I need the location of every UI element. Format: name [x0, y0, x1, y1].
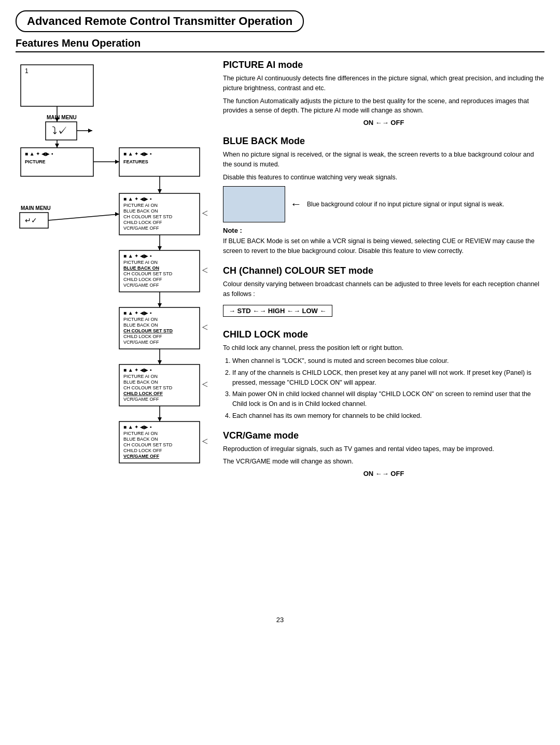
right-column: PICTURE AI mode The picture AI continuou… [223, 60, 544, 606]
picture-ai-body2: The function Automatically adjusts the p… [223, 96, 544, 116]
svg-text:VCR/GAME       OFF: VCR/GAME OFF [123, 226, 159, 231]
svg-text:CH COLOUR SET  STD: CH COLOUR SET STD [123, 271, 173, 276]
svg-text:PICTURE AI       ON: PICTURE AI ON [123, 260, 158, 265]
svg-marker-55 [158, 360, 162, 364]
std-line: → STD ←→ HIGH ←→ LOW ← [223, 305, 332, 317]
svg-text:■ ▲ ✦ ◀▶ ▪: ■ ▲ ✦ ◀▶ ▪ [123, 151, 152, 157]
svg-text:■ ▲ ✦ ◀▶ ▪: ■ ▲ ✦ ◀▶ ▪ [123, 367, 152, 373]
svg-text:■ ▲ ✦ ◀▶ ▪: ■ ▲ ✦ ◀▶ ▪ [25, 151, 53, 157]
svg-text:◁▷: ◁▷ [202, 437, 207, 445]
svg-text:PICTURE AI       ON: PICTURE AI ON [123, 317, 158, 322]
page-header: Advanced Remote Control Transmitter Oper… [16, 10, 304, 32]
blue-back-diagram: ← Blue background colour if no input pic… [223, 186, 544, 222]
vcr-game-on-off: ON ←→ OFF [223, 470, 544, 477]
svg-text:CHILD LOCK      OFF: CHILD LOCK OFF [123, 277, 162, 282]
ch-colour-title: CH (Channel) COLOUR SET mode [223, 265, 544, 276]
svg-text:BLUE BACK       ON: BLUE BACK ON [123, 322, 158, 328]
svg-text:CH COLOUR SET  STD: CH COLOUR SET STD [123, 214, 173, 219]
picture-ai-section: PICTURE AI mode The picture AI continuou… [223, 60, 544, 126]
svg-marker-13 [55, 144, 59, 148]
svg-text:■ ▲ ✦ ◀▶ ▪: ■ ▲ ✦ ◀▶ ▪ [123, 196, 152, 202]
svg-text:VCR/GAME       OFF: VCR/GAME OFF [123, 340, 159, 345]
picture-ai-on-off: ON ←→ OFF [223, 119, 544, 126]
svg-text:MAIN MENU: MAIN MENU [21, 205, 51, 211]
svg-text:◁▷: ◁▷ [202, 208, 207, 217]
svg-marker-45 [158, 303, 162, 307]
diagram-svg: 1 MAIN MENU ⤵✓ ■ ▲ ✦ ◀▶ ▪ PICTURE [16, 60, 207, 604]
svg-text:1: 1 [25, 67, 29, 75]
svg-text:BLUE BACK       ON: BLUE BACK ON [123, 437, 158, 442]
svg-text:BLUE BACK       ON: BLUE BACK ON [123, 208, 158, 214]
svg-text:■ ▲ ✦ ◀▶ ▪: ■ ▲ ✦ ◀▶ ▪ [123, 424, 152, 430]
svg-text:⤵✓: ⤵✓ [52, 125, 67, 136]
svg-text:VCR/GAME       OFF: VCR/GAME OFF [123, 454, 160, 459]
svg-rect-0 [21, 65, 93, 106]
svg-text:■ ▲ ✦ ◀▶ ▪: ■ ▲ ✦ ◀▶ ▪ [123, 310, 152, 316]
svg-text:CH COLOUR SET  STD: CH COLOUR SET STD [123, 385, 173, 390]
ch-colour-body1: Colour density varying between broadcast… [223, 279, 544, 299]
page-title: Advanced Remote Control Transmitter Oper… [27, 15, 292, 28]
svg-text:CHILD LOCK      OFF: CHILD LOCK OFF [123, 334, 162, 339]
child-lock-item-2: If any of the channels is CHILD LOCK, th… [232, 368, 544, 388]
svg-marker-35 [158, 246, 162, 250]
svg-text:FEATURES: FEATURES [123, 159, 148, 164]
svg-text:PICTURE: PICTURE [25, 159, 46, 164]
svg-marker-65 [158, 417, 162, 421]
note-title: Note : [223, 227, 544, 234]
svg-text:CHILD LOCK      OFF: CHILD LOCK OFF [123, 391, 163, 396]
blue-screen-box [223, 186, 285, 222]
child-lock-list: When channel is "LOCK", sound is muted a… [232, 356, 544, 421]
page-number: 23 [16, 616, 544, 624]
note-body: If BLUE BACK Mode is set on while a VCR … [223, 236, 544, 256]
child-lock-item-1: When channel is "LOCK", sound is muted a… [232, 356, 544, 366]
picture-ai-title: PICTURE AI mode [223, 60, 544, 71]
blue-back-body2: Disable this features to continue watchi… [223, 173, 544, 182]
svg-text:◁▷: ◁▷ [202, 379, 207, 388]
svg-marker-20 [158, 189, 162, 193]
svg-text:CH COLOUR SET  STD: CH COLOUR SET STD [123, 328, 173, 333]
child-lock-body1: To child lock any channel, press the pos… [223, 343, 544, 353]
svg-text:■ ▲ ✦ ◀▶ ▪: ■ ▲ ✦ ◀▶ ▪ [123, 253, 152, 259]
left-column: 1 MAIN MENU ⤵✓ ■ ▲ ✦ ◀▶ ▪ PICTURE [16, 60, 213, 606]
svg-text:VCR/GAME       OFF: VCR/GAME OFF [123, 283, 159, 288]
blue-back-body1: When no picture signal is received, or t… [223, 150, 544, 170]
section-title: Features Menu Operation [16, 37, 544, 52]
svg-marker-8 [88, 129, 92, 133]
svg-text:PICTURE AI       ON: PICTURE AI ON [123, 431, 158, 436]
svg-text:↵✓: ↵✓ [25, 216, 37, 224]
blue-back-title: BLUE BACK Mode [223, 136, 544, 147]
svg-text:BLUE BACK       ON: BLUE BACK ON [123, 265, 159, 271]
vcr-game-body1: Reproduction of irregular signals, such … [223, 444, 544, 454]
vcr-game-body2: The VCR/GAME mode will change as shown. [223, 457, 544, 467]
svg-text:PICTURE AI       ON: PICTURE AI ON [123, 203, 158, 208]
svg-text:PICTURE AI       ON: PICTURE AI ON [123, 374, 158, 379]
ch-colour-section: CH (Channel) COLOUR SET mode Colour dens… [223, 265, 544, 320]
svg-text:CHILD LOCK      OFF: CHILD LOCK OFF [123, 220, 162, 225]
main-content: 1 MAIN MENU ⤵✓ ■ ▲ ✦ ◀▶ ▪ PICTURE [16, 60, 544, 606]
blue-back-section: BLUE BACK Mode When no picture signal is… [223, 136, 544, 256]
vcr-game-title: VCR/Game mode [223, 430, 544, 441]
svg-marker-33 [115, 212, 119, 216]
svg-text:CHILD LOCK      OFF: CHILD LOCK OFF [123, 448, 162, 453]
svg-marker-15 [115, 160, 119, 164]
picture-ai-body1: The picture AI continuously detects fine… [223, 74, 544, 93]
svg-text:MAIN MENU: MAIN MENU [47, 115, 77, 120]
page-wrapper: Advanced Remote Control Transmitter Oper… [16, 10, 544, 624]
child-lock-item-4: Each channel has its own memory for chan… [232, 411, 544, 421]
child-lock-section: CHILD LOCK mode To child lock any channe… [223, 329, 544, 420]
svg-line-32 [48, 214, 119, 220]
vcr-game-section: VCR/Game mode Reproduction of irregular … [223, 430, 544, 478]
child-lock-item-3: Main power ON in child locked channel wi… [232, 389, 544, 409]
blue-back-caption: Blue background colour if no input pictu… [307, 200, 504, 209]
child-lock-title: CHILD LOCK mode [223, 329, 544, 340]
svg-text:BLUE BACK       ON: BLUE BACK ON [123, 379, 158, 385]
svg-text:VCR/GAME       OFF: VCR/GAME OFF [123, 397, 159, 402]
blue-arrow: ← [290, 198, 302, 211]
svg-text:◁▷: ◁▷ [202, 265, 207, 274]
svg-text:◁▷: ◁▷ [202, 322, 207, 331]
svg-text:CH COLOUR SET  STD: CH COLOUR SET STD [123, 442, 173, 447]
